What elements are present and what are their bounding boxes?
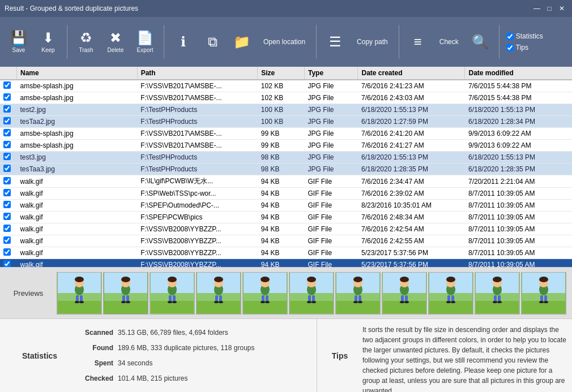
row-checkbox[interactable] <box>3 248 11 256</box>
row-checkbox[interactable] <box>3 236 11 244</box>
row-checkbox[interactable] <box>3 81 11 89</box>
delete-button[interactable]: ✖ Delete <box>101 21 130 62</box>
row-checkbox[interactable] <box>3 213 11 220</box>
row-checkbox[interactable] <box>3 153 11 160</box>
toolbar-divider-2 <box>164 25 164 59</box>
row-checkbox[interactable] <box>3 177 11 184</box>
row-checkbox-cell[interactable] <box>0 188 17 200</box>
tips-checkbox[interactable] <box>506 44 514 51</box>
search-button[interactable]: 🔍 <box>466 21 494 62</box>
preview-thumb[interactable] <box>57 272 102 315</box>
preview-thumb[interactable] <box>428 272 473 315</box>
row-name: amsbe-splash.jpg <box>17 140 138 152</box>
row-checkbox-cell[interactable] <box>0 140 17 152</box>
preview-thumb[interactable] <box>196 272 241 315</box>
info-button[interactable]: ℹ <box>169 21 197 62</box>
row-checkbox-cell[interactable] <box>0 152 17 163</box>
table-scroll[interactable]: Name Path Size Type Date created Date mo… <box>0 67 572 267</box>
table-row[interactable]: amsbe-splash.jpgF:\VSS\VB2017\AMSBE-...1… <box>0 92 572 104</box>
svg-rect-92 <box>476 301 519 313</box>
row-checkbox[interactable] <box>3 201 11 208</box>
row-checkbox-cell[interactable] <box>0 200 17 212</box>
row-name: walk.gif <box>17 212 138 223</box>
row-checkbox-cell[interactable] <box>0 247 17 259</box>
row-created: 7/6/2016 2:42:55 AM <box>358 235 465 247</box>
svg-point-59 <box>311 301 316 303</box>
table-row[interactable]: test3.jpgF:\TestPHProducts98 KBJPG File6… <box>0 152 572 163</box>
header-size[interactable]: Size <box>258 67 305 80</box>
statistics-panel: Statistics Scanned 35.13 GB, 66,789 file… <box>0 319 317 392</box>
row-checkbox-cell[interactable] <box>0 223 17 235</box>
row-checkbox-cell[interactable] <box>0 235 17 247</box>
table-row[interactable]: walk.gifF:\VSS\VB2008\YYBZZP...94 KBGIF … <box>0 223 572 235</box>
header-name[interactable]: Name <box>17 67 138 80</box>
header-path[interactable]: Path <box>137 67 258 80</box>
row-checkbox-cell[interactable] <box>0 116 17 128</box>
row-checkbox[interactable] <box>3 225 11 232</box>
svg-point-45 <box>261 277 270 282</box>
table-row[interactable]: amsbe-splash.jpgF:\VSS\VB2017\AMSBE-...9… <box>0 140 572 152</box>
row-checkbox-cell[interactable] <box>0 163 17 175</box>
stats-row-spent: Spent 34 seconds <box>74 359 311 367</box>
table-row[interactable]: tesTaa3.jpgF:\TestPHProducts98 KBJPG Fil… <box>0 163 572 175</box>
preview-thumb[interactable] <box>475 272 520 315</box>
row-checkbox[interactable] <box>3 117 11 124</box>
check-button[interactable]: Check <box>433 21 465 62</box>
row-created: 6/18/2020 1:28:35 PM <box>358 163 465 175</box>
preview-thumb[interactable] <box>103 272 148 315</box>
row-checkbox-cell[interactable] <box>0 92 17 104</box>
save-button[interactable]: 💾 Save <box>5 21 33 62</box>
table-row[interactable]: walk.gifF:\SP\Web\TSS\pc-wor...94 KBGIF … <box>0 188 572 200</box>
row-checkbox[interactable] <box>3 129 11 136</box>
table-row[interactable]: walk.gifF:\IL\gif\PCWB\W无水...94 KBGIF Fi… <box>0 175 572 188</box>
close-button[interactable]: ✕ <box>556 3 567 14</box>
compare-button[interactable]: ⧉ <box>198 21 227 62</box>
tips-checkbox-label[interactable]: Tips <box>506 44 543 51</box>
row-checkbox[interactable] <box>3 93 11 101</box>
export-button[interactable]: 📄 Export <box>131 21 159 62</box>
trash-button[interactable]: ♻ Trash <box>72 21 100 62</box>
row-created: 8/23/2016 10:35:01 AM <box>358 200 465 212</box>
table-row[interactable]: amsbe-splash.jpgF:\VSS\VB2017\AMSBE-...9… <box>0 128 572 140</box>
row-checkbox[interactable] <box>3 141 11 148</box>
row-checkbox-cell[interactable] <box>0 212 17 223</box>
table-row[interactable]: walk.gifF:\VSS\VB2008\YYBZZP...94 KBGIF … <box>0 259 572 268</box>
statistics-checkbox[interactable] <box>506 33 514 40</box>
row-checkbox-cell[interactable] <box>0 128 17 140</box>
preview-thumb[interactable] <box>150 272 195 315</box>
table-row[interactable]: walk.gifF:\SPEF\Outmoded\PC-...94 KBGIF … <box>0 200 572 212</box>
check-lines-button[interactable]: ≡ <box>404 21 432 62</box>
open-location-button[interactable]: Open location <box>257 21 311 62</box>
statistics-checkbox-label[interactable]: Statistics <box>506 32 543 40</box>
preview-thumb[interactable] <box>521 272 566 315</box>
row-checkbox[interactable] <box>3 105 11 113</box>
table-row[interactable]: tesTaa2.jpgF:\TestPHProducts100 KBJPG Fi… <box>0 116 572 128</box>
row-checkbox[interactable] <box>3 165 11 172</box>
copy-icon-button[interactable]: ☰ <box>321 21 349 62</box>
row-path: F:\VSS\VB2017\AMSBE-... <box>137 140 258 152</box>
row-checkbox-cell[interactable] <box>0 259 17 268</box>
row-checkbox-cell[interactable] <box>0 80 17 92</box>
table-row[interactable]: walk.gifF:\SPEF\PCWB\pics94 KBGIF File7/… <box>0 212 572 223</box>
preview-thumb[interactable] <box>382 272 427 315</box>
table-row[interactable]: amsbe-splash.jpgF:\VSS\VB2017\AMSBE-...1… <box>0 80 572 92</box>
preview-thumb[interactable] <box>242 272 288 315</box>
table-row[interactable]: test2.jpgF:\TestPHProducts100 KBJPG File… <box>0 104 572 116</box>
minimize-button[interactable]: — <box>531 3 543 14</box>
row-type: GIF File <box>304 200 358 212</box>
header-date-created[interactable]: Date created <box>358 67 465 80</box>
header-date-modified[interactable]: Date modified <box>465 67 572 80</box>
row-checkbox[interactable] <box>3 260 11 267</box>
folder-button[interactable]: 📁 <box>228 21 256 62</box>
preview-thumb[interactable] <box>289 272 334 315</box>
header-type[interactable]: Type <box>304 67 358 80</box>
row-checkbox[interactable] <box>3 189 11 196</box>
maximize-button[interactable]: □ <box>544 3 555 14</box>
row-checkbox-cell[interactable] <box>0 175 17 188</box>
table-row[interactable]: walk.gifF:\VSS\VB2008\YYBZZP...94 KBGIF … <box>0 235 572 247</box>
table-row[interactable]: walk.gifF:\VSS\VB2008\YYBZZP...94 KBGIF … <box>0 247 572 259</box>
preview-thumb[interactable] <box>335 272 381 315</box>
keep-button[interactable]: ⬇ Keep <box>34 21 62 62</box>
row-checkbox-cell[interactable] <box>0 104 17 116</box>
copy-path-button[interactable]: Copy path <box>351 21 394 62</box>
